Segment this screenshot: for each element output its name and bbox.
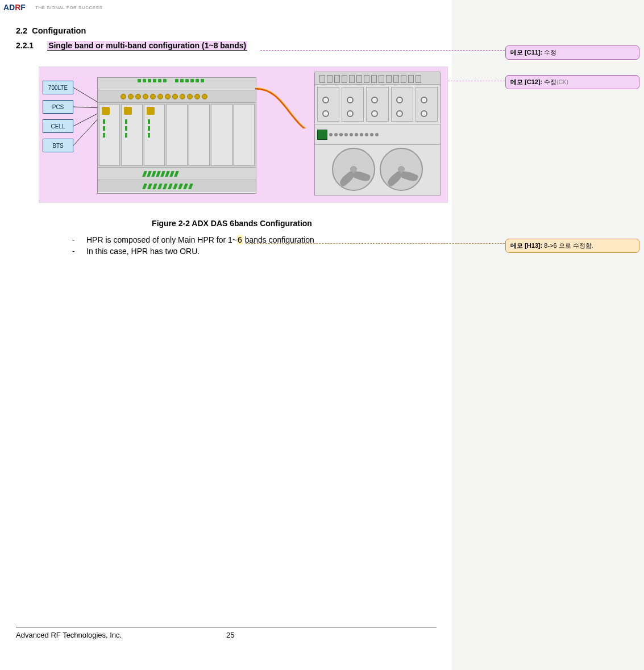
comment-text: 8->6 으로 수정함.: [542, 242, 593, 249]
subsection-number: 2.2.1: [16, 41, 34, 50]
band-labels: 700LTE PCS CELL BTS: [43, 81, 73, 152]
section-number: 2.2: [16, 26, 27, 35]
highlight: 6: [237, 235, 243, 244]
comment-bubble[interactable]: 메모 [H13]: 8->6 으로 수정함.: [505, 239, 639, 253]
configuration-diagram: 700LTE PCS CELL BTS: [39, 66, 448, 203]
fan-icon: [380, 148, 423, 191]
bullet-dash: -: [70, 235, 76, 246]
bullet-dash: -: [70, 246, 76, 257]
hpr-module: [317, 87, 339, 122]
band-label-pcs: PCS: [43, 100, 73, 114]
rack-card-empty: [211, 104, 232, 166]
rack-card-empty: [166, 104, 187, 166]
rack-bottom-row-1: [98, 167, 256, 180]
comments-margin: [452, 0, 644, 670]
rack-connector-row: [98, 90, 256, 103]
list-item: - HPR is composed of only Main HPR for 1…: [70, 235, 448, 246]
hpr-fans: [315, 145, 440, 194]
footer-page-number: 25: [226, 631, 234, 639]
subsection-heading: 2.2.1 Single band or multi-band configur…: [16, 41, 448, 51]
subsection-title: Single band or multi-band configuration …: [47, 41, 247, 51]
das-rack: [97, 77, 256, 194]
rack-bottom-row-2: [98, 180, 256, 192]
rack-card: [121, 104, 142, 166]
hpr-control-row: [315, 124, 440, 145]
page-header: ADRF THE SIGNAL FOR SUCCESS: [3, 1, 102, 14]
hpr-module: [416, 87, 438, 122]
rack-card-slots: [98, 103, 256, 167]
comment-label: 메모 [C11]:: [510, 49, 542, 56]
footer-company: Advanced RF Technologies, Inc.: [16, 631, 226, 639]
band-label-cell: CELL: [43, 119, 73, 133]
page-footer: Advanced RF Technologies, Inc. 25: [16, 627, 437, 639]
band-label-bts: BTS: [43, 139, 73, 152]
hpr-module: [342, 87, 364, 122]
adrf-logo: ADRF: [3, 1, 32, 14]
section-heading: 2.2 Configuration: [16, 26, 448, 35]
tagline-text: THE SIGNAL FOR SUCCESS: [35, 5, 102, 10]
band-label-700lte: 700LTE: [43, 81, 73, 94]
comment-label: 메모 [C12]:: [510, 78, 542, 85]
comment-text: 수정: [542, 78, 556, 85]
fan-icon: [332, 148, 375, 191]
rack-card: [144, 104, 165, 166]
rack-top-row: [98, 78, 256, 90]
hpr-panel: [315, 85, 440, 124]
bullet-list: - HPR is composed of only Main HPR for 1…: [70, 235, 448, 257]
rack-card: [99, 104, 120, 166]
rack-card-empty: [234, 104, 255, 166]
section-title: Configuration: [32, 26, 86, 35]
comment-author: (CK): [556, 79, 568, 85]
comment-bubble[interactable]: 메모 [C12]: 수정(CK): [505, 75, 639, 89]
hpr-unit: [314, 72, 441, 195]
svg-text:ADRF: ADRF: [3, 3, 26, 12]
comment-bubble[interactable]: 메모 [C11]: 수정: [505, 45, 639, 60]
hpr-top-slots: [315, 72, 440, 85]
power-led-icon: [317, 130, 327, 140]
bullet-text: HPR is composed of only Main HPR for 1~6…: [86, 235, 314, 246]
rack-card-empty: [189, 104, 210, 166]
list-item: - In this case, HPR has two ORU.: [70, 246, 448, 257]
comment-label: 메모 [H13]:: [510, 242, 542, 249]
hpr-module: [391, 87, 413, 122]
bullet-text: In this case, HPR has two ORU.: [86, 246, 200, 257]
figure-caption: Figure 2-2 ADX DAS 6bands Configuration: [16, 219, 448, 228]
hpr-module: [366, 87, 388, 122]
comment-text: 수정: [542, 49, 556, 56]
